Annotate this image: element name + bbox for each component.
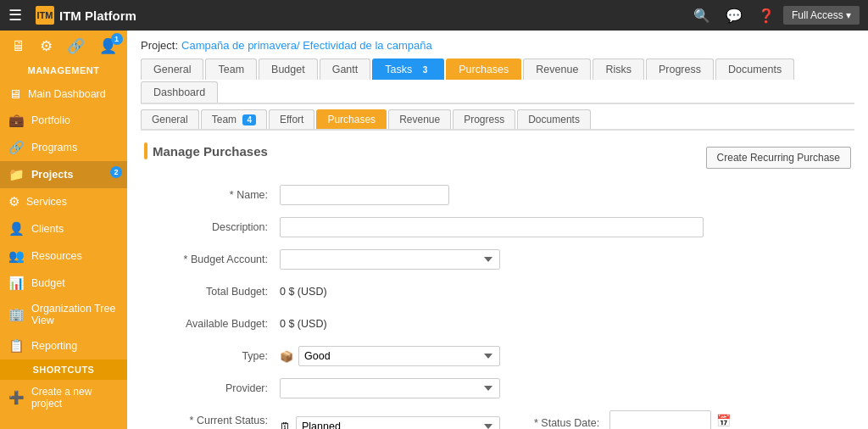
management-label: MANAGEMENT	[0, 62, 127, 81]
type-select[interactable]: Good Service	[298, 346, 500, 366]
current-status-select[interactable]: Planned In Progress Completed	[296, 416, 500, 429]
name-control	[280, 185, 687, 205]
badge-2: 2	[110, 166, 122, 178]
tab-documents[interactable]: Documents	[715, 58, 794, 80]
tab-revenue[interactable]: Revenue	[523, 58, 591, 80]
projects-icon: 📁	[8, 167, 25, 182]
services-icon: ⚙	[8, 194, 19, 209]
full-access-button[interactable]: Full Access ▾	[783, 6, 860, 25]
tab2-progress[interactable]: Progress	[453, 109, 515, 129]
sidebar-item-create-project[interactable]: ➕ Create a new project	[0, 380, 127, 415]
sidebar-item-label: Portfolio	[31, 114, 70, 126]
sidebar-icon-person[interactable]: 👤 1	[99, 37, 117, 55]
tab-gantt[interactable]: Gantt	[320, 58, 371, 80]
tabs-row-1: General Team Budget Gantt Tasks 3 Purcha…	[127, 52, 868, 103]
clients-icon: 👤	[8, 221, 25, 237]
logo-text: ITM Platform	[59, 8, 136, 23]
monitor-icon: 🖥	[8, 86, 21, 101]
sidebar-item-services[interactable]: ⚙ Services	[0, 188, 127, 215]
name-input[interactable]	[280, 185, 449, 205]
section-bar	[144, 142, 147, 159]
project-title[interactable]: Campaña de primavera/ Efectividad de la …	[181, 39, 432, 52]
total-budget-label: Total Budget:	[144, 281, 280, 298]
sidebar-item-budget[interactable]: 📊 Budget	[0, 270, 127, 297]
shortcuts-label: SHORTCUTS	[0, 359, 127, 380]
tab-purchases[interactable]: Purchases	[446, 58, 521, 80]
programs-icon: 🔗	[8, 140, 25, 155]
tabs-row-2: General Team 4 Effort Purchases Revenue …	[127, 104, 868, 129]
sidebar-shortcut-label: Create a new project	[31, 386, 119, 410]
planned-icon: 🗓	[280, 421, 291, 430]
tab2-team[interactable]: Team 4	[201, 109, 267, 129]
tab-general[interactable]: General	[141, 58, 203, 80]
sidebar-item-main-dashboard[interactable]: 🖥 Main Dashboard	[0, 81, 127, 107]
logo: ITM ITM Platform	[36, 6, 136, 25]
tab-progress[interactable]: Progress	[646, 58, 714, 80]
sidebar-item-reporting[interactable]: 📋 Reporting	[0, 332, 127, 359]
status-date-label: * Status Date:	[534, 413, 604, 429]
sidebar-item-label: Main Dashboard	[28, 88, 106, 100]
provider-select[interactable]	[280, 378, 500, 398]
tab2-general[interactable]: General	[141, 109, 199, 129]
tab-dashboard[interactable]: Dashboard	[141, 81, 218, 103]
sidebar-icon-settings[interactable]: ⚙	[40, 37, 53, 55]
status-date-input[interactable]	[609, 410, 711, 429]
search-icon[interactable]: 🔍	[693, 8, 710, 24]
hamburger-icon[interactable]: ☰	[8, 6, 22, 25]
sidebar-item-projects[interactable]: 📁 Projects 2	[0, 161, 127, 188]
resources-icon: 👥	[8, 248, 25, 264]
description-input[interactable]	[280, 217, 704, 237]
sidebar-item-org-tree[interactable]: 🏢 Organization Tree View	[0, 297, 127, 332]
project-prefix: Project:	[141, 39, 178, 52]
help-icon[interactable]: ❓	[758, 8, 775, 24]
sidebar-item-label: Resources	[31, 250, 82, 262]
create-recurring-purchase-button[interactable]: Create Recurring Purchase	[706, 147, 851, 169]
total-budget-value: 0 $ (USD)	[280, 281, 327, 302]
form-row-available-budget: Available Budget: 0 $ (USD)	[144, 314, 851, 334]
sidebar-icon-monitor[interactable]: 🖥	[11, 38, 25, 55]
sidebar-item-portfolio[interactable]: 💼 Portfolio	[0, 107, 127, 134]
tab-budget[interactable]: Budget	[259, 58, 318, 80]
form-area: Manage Purchases Create Recurring Purcha…	[127, 131, 868, 429]
tab-risks[interactable]: Risks	[593, 58, 644, 80]
section-title-text: Manage Purchases	[153, 144, 268, 159]
content-area: Project: Campaña de primavera/ Efectivid…	[127, 31, 868, 429]
type-control: 📦 Good Service	[280, 346, 500, 366]
form-row-budget-account: * Budget Account:	[144, 249, 851, 270]
sidebar-item-resources[interactable]: 👥 Resources	[0, 242, 127, 270]
provider-control	[280, 378, 500, 398]
add-icon: ➕	[8, 390, 25, 405]
budget-icon: 📊	[8, 276, 25, 291]
budget-account-control	[280, 249, 500, 270]
available-budget-value: 0 $ (USD)	[280, 314, 327, 334]
name-label: * Name:	[144, 185, 280, 201]
sidebar-item-label: Programs	[31, 142, 77, 153]
sidebar-item-clients[interactable]: 👤 Clients	[0, 215, 127, 242]
reporting-icon: 📋	[8, 338, 25, 354]
project-header: Project: Campaña de primavera/ Efectivid…	[127, 31, 868, 52]
tab-team[interactable]: Team	[205, 58, 257, 80]
tab-tasks-label: Tasks	[385, 64, 412, 75]
tab-tasks[interactable]: Tasks 3	[372, 58, 444, 80]
messages-icon[interactable]: 💬	[726, 8, 743, 24]
current-status-label: * Current Status:	[144, 410, 280, 426]
team-badge: 4	[242, 114, 256, 125]
form-row-current-status: * Current Status: 🗓 Planned In Progress …	[144, 410, 851, 429]
type-icon: 📦	[280, 350, 293, 363]
sidebar-item-programs[interactable]: 🔗 Programs	[0, 134, 127, 161]
logo-box: ITM	[36, 6, 54, 25]
tab2-purchases[interactable]: Purchases	[316, 109, 387, 129]
tab2-revenue[interactable]: Revenue	[388, 109, 451, 129]
type-label: Type:	[144, 346, 280, 362]
tab2-effort[interactable]: Effort	[269, 109, 314, 129]
calendar-icon[interactable]: 📅	[716, 414, 731, 427]
description-label: Description:	[144, 217, 280, 233]
portfolio-icon: 💼	[8, 113, 25, 128]
form-row-provider: Provider:	[144, 378, 851, 398]
sidebar-icon-network[interactable]: 🔗	[67, 37, 85, 55]
sidebar-item-label: Reporting	[31, 340, 77, 352]
tab2-documents[interactable]: Documents	[517, 109, 591, 129]
budget-account-select[interactable]	[280, 249, 500, 270]
org-tree-icon: 🏢	[8, 307, 25, 322]
sidebar-top-icons: 🖥 ⚙ 🔗 👤 1	[0, 31, 127, 62]
